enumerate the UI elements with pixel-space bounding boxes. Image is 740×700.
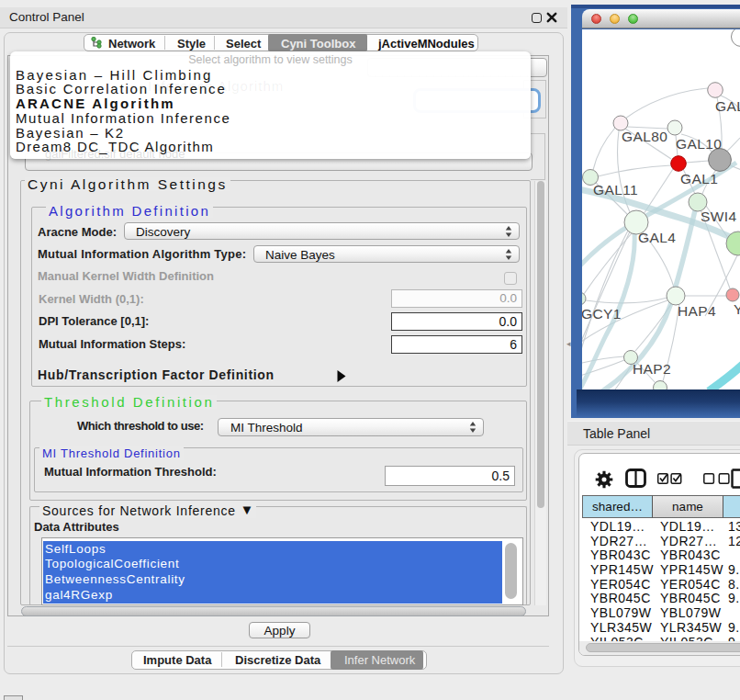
svg-text:HAP4: HAP4 xyxy=(678,303,716,319)
svg-text:Y: Y xyxy=(734,301,740,317)
svg-text:GAL80: GAL80 xyxy=(622,129,667,144)
svg-text:GAL11: GAL11 xyxy=(593,182,638,198)
svg-text:SWI4: SWI4 xyxy=(701,209,737,224)
svg-text:GAL1: GAL1 xyxy=(680,171,718,186)
svg-text:GAL4: GAL4 xyxy=(638,230,676,245)
svg-text:GAL10: GAL10 xyxy=(676,136,722,152)
svg-text:HAP2: HAP2 xyxy=(633,361,671,377)
svg-text:GCY1: GCY1 xyxy=(582,306,622,322)
svg-text:GAL7: GAL7 xyxy=(715,98,740,114)
